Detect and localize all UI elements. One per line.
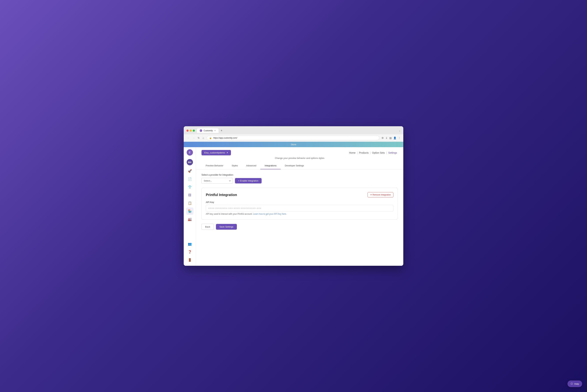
api-key-input[interactable] xyxy=(206,205,393,211)
integration-card-header: Printful Integration ✕ Remove Integratio… xyxy=(206,192,393,198)
provider-section: Select a provider for integration: Selec… xyxy=(201,174,398,184)
store-banner: Store xyxy=(184,142,403,147)
nav-link-home[interactable]: Home xyxy=(348,151,356,154)
browser-tab-active[interactable]: C Customily ✕ xyxy=(197,128,219,133)
back-button[interactable]: Back xyxy=(201,224,214,230)
sidebar-item-products[interactable]: 👕 xyxy=(186,184,193,191)
tab-favicon: C xyxy=(200,130,202,132)
store-selector-button[interactable]: Etsy_customilydemo ▼ xyxy=(201,150,231,155)
tab-title: Customily xyxy=(204,130,213,132)
store-selector-row: Etsy_customilydemo ▼ Home | Products | O… xyxy=(201,150,398,155)
sidebar-item-gallery[interactable]: 🖼 xyxy=(186,192,193,199)
tab-preview-behavior[interactable]: Preview Behavior xyxy=(201,162,227,169)
user-avatar[interactable]: MA xyxy=(187,159,193,165)
sidebar-item-layers[interactable]: 📋 xyxy=(186,200,193,207)
help-label: Help xyxy=(574,382,579,385)
tab-integrations[interactable]: Integrations xyxy=(260,162,281,169)
forward-nav-button[interactable]: → xyxy=(192,136,196,140)
api-key-label: API Key xyxy=(206,201,393,204)
tab-close-button[interactable]: ✕ xyxy=(214,130,216,132)
top-nav-links: Home | Products | Option Sets | Settings xyxy=(348,151,398,154)
provider-select[interactable]: Select... xyxy=(201,178,233,184)
api-key-learn-link[interactable]: Learn how to get your API Key here. xyxy=(253,213,287,215)
profile-icon[interactable]: 👤 xyxy=(393,136,396,139)
home-nav-button[interactable]: ⌂ xyxy=(202,136,205,140)
sidebar-item-store[interactable]: 🏪 xyxy=(186,208,193,215)
address-bar[interactable]: 🔒 https://app.customily.com/ xyxy=(207,136,379,140)
lock-icon: 🔒 xyxy=(209,137,212,139)
app-container: C MA 🚀 📄 👕 🖼 📋 🏪 🏭 👥 ❓ 🚪 Etsy_customilyd… xyxy=(184,147,403,266)
browser-window: C Customily ✕ + ⌄ ← → ↻ ⌂ 🔒 https://app.… xyxy=(184,126,403,266)
toolbar-actions: ⚙ ⇓ ▧ 👤 ⋮ xyxy=(382,136,401,139)
sidebar: C MA 🚀 📄 👕 🖼 📋 🏪 🏭 👥 ❓ 🚪 xyxy=(184,147,196,266)
api-key-help-text: API key used to interact with your Print… xyxy=(206,213,393,215)
menu-icon[interactable]: ⋮ xyxy=(398,136,401,139)
save-settings-button[interactable]: Save Settings xyxy=(216,224,237,230)
tabs-row: Preview Behavior Styles Advanced Integra… xyxy=(196,162,403,169)
page-subtitle: Change your preview behavior and options… xyxy=(275,157,324,160)
header-nav: Etsy_customilydemo ▼ Home | Products | O… xyxy=(196,147,403,162)
sidebar-item-storefront[interactable]: 🏭 xyxy=(186,216,193,223)
enable-integration-label: + Enable Integration xyxy=(238,180,258,182)
browser-toolbar: ← → ↻ ⌂ 🔒 https://app.customily.com/ ⚙ ⇓… xyxy=(184,134,403,142)
sidebar-item-logout[interactable]: 🚪 xyxy=(186,256,193,264)
api-key-section: API Key API key used to interact with yo… xyxy=(206,201,393,215)
main-content: Etsy_customilydemo ▼ Home | Products | O… xyxy=(196,147,403,266)
tab-styles[interactable]: Styles xyxy=(227,162,242,169)
extensions-icon[interactable]: ⚙ xyxy=(382,136,384,139)
page-body: Select a provider for integration: Selec… xyxy=(196,169,403,266)
integration-card: Printful Integration ✕ Remove Integratio… xyxy=(201,188,398,220)
tab-chevron-icon: ⌄ xyxy=(399,130,401,132)
minimize-window-button[interactable] xyxy=(190,130,192,132)
tab-developer-settings[interactable]: Developer Settings xyxy=(281,162,308,169)
store-selector-name: Etsy_customilydemo xyxy=(204,151,225,154)
enable-integration-button[interactable]: + Enable Integration xyxy=(235,178,262,184)
remove-integration-button[interactable]: ✕ Remove Integration xyxy=(368,192,393,198)
nav-link-settings[interactable]: Settings xyxy=(387,151,398,154)
sidebar-item-documents[interactable]: 📄 xyxy=(186,176,193,183)
new-tab-button[interactable]: + xyxy=(220,129,223,132)
nav-link-option-sets[interactable]: Option Sets xyxy=(371,151,386,154)
help-button[interactable]: ⓘ Help xyxy=(568,380,582,387)
sidebar-item-users[interactable]: 👥 xyxy=(186,240,193,248)
tab-bar: C Customily ✕ + ⌄ xyxy=(197,128,401,133)
tab-advanced[interactable]: Advanced xyxy=(242,162,261,169)
sidebar-item-rocket[interactable]: 🚀 xyxy=(186,168,193,175)
integration-title: Printful Integration xyxy=(206,193,237,197)
store-selector-chevron-icon: ▼ xyxy=(226,152,228,154)
browser-titlebar: C Customily ✕ + ⌄ xyxy=(184,126,403,134)
footer-buttons: Back Save Settings xyxy=(201,224,398,230)
remove-integration-label: ✕ Remove Integration xyxy=(370,194,391,196)
provider-controls: Select... + Enable Integration xyxy=(201,178,398,184)
sidebar-item-help[interactable]: ❓ xyxy=(186,248,193,256)
reload-nav-button[interactable]: ↻ xyxy=(197,136,200,140)
close-window-button[interactable] xyxy=(186,130,189,132)
back-nav-button[interactable]: ← xyxy=(186,136,190,140)
store-banner-label: Store xyxy=(291,143,296,146)
url-text: https://app.customily.com/ xyxy=(213,137,237,139)
help-circle-icon: ⓘ xyxy=(571,382,573,385)
nav-buttons: ← → ↻ ⌂ xyxy=(186,136,205,140)
sidebar-logo: C xyxy=(187,149,193,156)
nav-link-products[interactable]: Products xyxy=(358,151,369,154)
provider-label: Select a provider for integration: xyxy=(201,174,398,176)
maximize-window-button[interactable] xyxy=(193,130,195,132)
traffic-lights xyxy=(186,130,195,132)
download-icon[interactable]: ⇓ xyxy=(386,136,388,139)
tab-strip-icon[interactable]: ▧ xyxy=(389,136,392,139)
